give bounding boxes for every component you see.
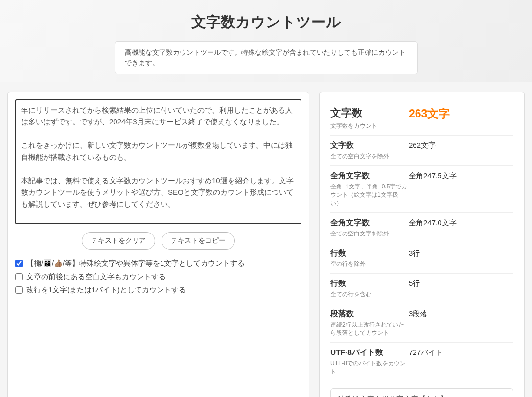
- page-title: 文字数カウントツール: [0, 12, 532, 32]
- text-input[interactable]: [15, 99, 301, 224]
- special-chars-box: 特殊絵文字や異体字文字【なし】 👨‍👩‍👦合体絵文字:なし / 👍🏽絵文字装飾:…: [330, 388, 513, 397]
- stat-sublabel: 全ての行を含む: [330, 290, 409, 299]
- stat-value: 263文字: [409, 106, 450, 121]
- stat-lines: 行数 空の行を除外 3行: [330, 243, 513, 274]
- stat-char-count-main: 文字数 文字数をカウント 263文字: [330, 101, 513, 136]
- stat-label: 文字数: [330, 106, 409, 120]
- stat-value: 727バイト: [409, 348, 443, 357]
- stat-sublabel: 全ての空白文字を除外: [330, 152, 409, 161]
- stat-label: 文字数: [330, 140, 409, 151]
- stat-label: 全角文字数: [330, 171, 409, 181]
- stat-label: 全角文字数: [330, 218, 409, 228]
- stat-char-count-no-space: 文字数 全ての空白文字を除外 262文字: [330, 136, 513, 166]
- stat-value: 262文字: [409, 141, 436, 150]
- special-title: 特殊絵文字や異体字文字【なし】: [338, 395, 506, 397]
- clear-button[interactable]: テキストをクリア: [82, 232, 155, 250]
- stat-value: 3段落: [409, 309, 427, 319]
- stat-sublabel: 連続2行以上改行されていたら段落としてカウント: [330, 321, 409, 337]
- option-label: 改行を1文字(または1バイト)としてカウントする: [26, 285, 186, 295]
- stat-label: 行数: [330, 279, 409, 289]
- stat-label: 段落数: [330, 309, 409, 319]
- stat-value: 3行: [409, 249, 420, 258]
- copy-button[interactable]: テキストをコピー: [162, 232, 235, 250]
- checkbox-whitespace[interactable]: [15, 273, 23, 280]
- checkbox-special-chars[interactable]: [15, 260, 23, 267]
- option-newline[interactable]: 改行を1文字(または1バイト)としてカウントする: [15, 283, 301, 297]
- description-box: 高機能な文字数カウントツールです。特殊な絵文字が含まれていたりしても正確にカウン…: [115, 41, 418, 74]
- stat-sublabel: 全ての空白文字を除外: [330, 230, 409, 238]
- option-label: 文章の前後にある空白文字もカウントする: [26, 272, 166, 281]
- stat-sublabel: 文字数をカウント: [330, 122, 409, 130]
- stat-bytes: UTF-8バイト数 UTF-8でのバイト数をカウント 727バイト: [330, 343, 513, 381]
- stat-sublabel: UTF-8でのバイト数をカウント: [330, 359, 409, 376]
- stat-paragraphs: 段落数 連続2行以上改行されていたら段落としてカウント 3段落: [330, 304, 513, 343]
- option-label: 【禰/👨‍👩‍👦/👍🏽/等】特殊絵文字や異体字等を1文字としてカウントする: [26, 259, 245, 268]
- checkbox-newline[interactable]: [15, 286, 23, 294]
- stat-value: 5行: [409, 279, 420, 288]
- option-whitespace[interactable]: 文章の前後にある空白文字もカウントする: [15, 270, 301, 283]
- stats-panel: 文字数 文字数をカウント 263文字 文字数 全ての空白文字を除外 262文字 …: [319, 92, 525, 397]
- option-special-chars[interactable]: 【禰/👨‍👩‍👦/👍🏽/等】特殊絵文字や異体字等を1文字としてカウントする: [15, 257, 301, 270]
- stat-label: 行数: [330, 248, 409, 258]
- stat-value: 全角247.5文字: [409, 171, 457, 181]
- stat-sublabel: 全角=1文字、半角=0.5字でカウント（絵文字は1文字扱い）: [330, 183, 409, 208]
- stat-value: 全角247.0文字: [409, 218, 457, 228]
- stat-lines-all: 行数 全ての行を含む 5行: [330, 274, 513, 304]
- stat-sublabel: 空の行を除外: [330, 260, 409, 268]
- stat-label: UTF-8バイト数: [330, 348, 409, 358]
- input-panel: テキストをクリア テキストをコピー 【禰/👨‍👩‍👦/👍🏽/等】特殊絵文字や異体…: [7, 92, 309, 397]
- stat-fullwidth-no-space: 全角文字数 全ての空白文字を除外 全角247.0文字: [330, 213, 513, 243]
- stat-fullwidth: 全角文字数 全角=1文字、半角=0.5字でカウント（絵文字は1文字扱い） 全角2…: [330, 166, 513, 213]
